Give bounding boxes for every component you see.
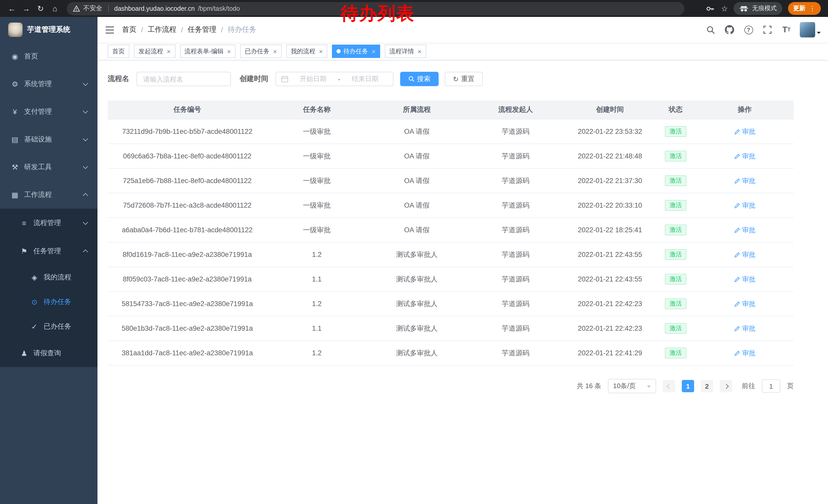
tab-done-tasks[interactable]: 已办任务× [240,45,281,58]
chevron-down-icon [83,81,88,86]
tab-close-icon[interactable]: × [418,48,421,55]
cell-task-id: 580e1b3d-7ac8-11ec-a9e2-a2380e71991a [108,316,267,341]
approve-label: 审批 [742,324,755,333]
sidebar-item-leave-query[interactable]: ♟请假查询 [0,339,97,367]
app-logo-row[interactable]: 芋道管理系统 [0,17,97,43]
home-icon[interactable]: ⌂ [48,2,61,15]
sidebar-item-system-management[interactable]: ⚙系统管理 [0,70,97,98]
tab-start-process[interactable]: 发起流程× [134,45,175,58]
sidebar-item-label: 我的流程 [44,273,71,282]
breadcrumb-item[interactable]: 任务管理 [188,25,216,34]
tab-home[interactable]: 首页 [108,45,129,58]
tab-process-detail[interactable]: 流程详情× [385,45,426,58]
goto-page-input[interactable] [762,379,780,393]
cell-status: 激活 [656,291,696,316]
caret-down-icon [817,32,821,36]
prev-page-button[interactable] [663,380,675,392]
approve-button[interactable]: 审批 [734,176,755,185]
approve-button[interactable]: 审批 [734,127,755,136]
table-row: a6aba0a4-7b6d-11ec-b781-acde48001122一级审批… [108,218,794,242]
back-icon[interactable]: ← [5,2,18,15]
browser-menu-icon[interactable]: ⋮ [809,5,816,12]
sidebar-item-workflow[interactable]: ▦工作流程 [0,181,97,209]
sidebar-item-task-management[interactable]: ⚑任务管理 [0,237,97,265]
approve-button[interactable]: 审批 [734,225,755,235]
user-menu[interactable] [800,22,821,37]
approve-button[interactable]: 审批 [734,299,755,308]
page-size-select[interactable]: 10条/页 [608,379,656,393]
person-icon: ♟ [19,349,29,357]
pagination: 共 16 条 10条/页 12 前往 页 [108,379,794,393]
cell-created-time: 2022-01-22 21:37:30 [564,169,656,193]
tabs-bar: 首页发起流程×流程表单-编辑×已办任务×我的流程×待办任务×流程详情× [97,43,828,60]
approve-button[interactable]: 审批 [734,250,755,259]
sidebar-item-infrastructure[interactable]: ▤基础设施 [0,126,97,153]
table-row: 8f059c03-7ac8-11ec-a9e2-a2380e71991a1.1测… [108,267,794,291]
cell-created-time: 2022-01-22 23:53:32 [564,119,656,144]
reset-button[interactable]: ↻ 重置 [445,72,483,86]
approve-button[interactable]: 审批 [734,349,755,358]
page-button-1[interactable]: 1 [682,380,694,392]
sidebar-item-todo-tasks[interactable]: ⊙待办任务 [0,290,97,314]
search-icon[interactable] [705,24,716,35]
tab-close-icon[interactable]: × [167,48,171,55]
chevron-down-icon [83,108,88,113]
chevron-down-icon [83,220,88,225]
cell-task-id: 58154733-7ac8-11ec-a9e2-a2380e71991a [108,291,267,316]
tab-my-process[interactable]: 我的流程× [286,45,328,58]
tab-close-icon[interactable]: × [319,48,323,55]
sidebar-item-my-process[interactable]: ◈我的流程 [0,265,97,290]
cell-initiator: 芋道源码 [467,169,564,193]
tab-label: 首页 [112,47,125,56]
total-count: 共 16 条 [577,381,601,391]
cell-action: 审批 [696,169,794,193]
tab-close-icon[interactable]: × [372,48,376,55]
search-button[interactable]: 搜索 [400,72,439,86]
breadcrumb-item[interactable]: 首页 [122,25,136,34]
page-button-2[interactable]: 2 [701,380,713,392]
page-buttons: 12 [682,380,713,392]
cell-initiator: 芋道源码 [467,218,564,242]
edit-icon [734,350,740,356]
cell-task-id: a6aba0a4-7b6d-11ec-b781-acde48001122 [108,218,267,242]
key-icon[interactable] [704,3,715,14]
fullscreen-icon[interactable] [762,24,773,35]
column-header: 状态 [656,100,696,119]
sidebar-item-label: 首页 [24,52,38,61]
bookmark-star-icon[interactable]: ☆ [721,4,728,13]
breadcrumb-item[interactable]: 工作流程 [148,25,176,34]
sidebar-item-label: 支付管理 [24,107,52,117]
payment-icon: ¥ [10,108,19,116]
tab-form-edit[interactable]: 流程表单-编辑× [180,45,236,58]
sidebar-item-process-management[interactable]: ≡流程管理 [0,209,97,237]
font-size-icon[interactable]: TT [781,24,792,35]
security-label: 不安全 [83,4,102,13]
approve-button[interactable]: 审批 [734,324,755,333]
github-icon[interactable] [724,24,735,35]
incognito-icon [739,5,748,11]
sidebar-item-done-tasks[interactable]: ✓已办任务 [0,314,97,339]
chevron-right-icon [723,383,729,388]
cell-action: 审批 [696,119,794,144]
approve-button[interactable]: 审批 [734,275,755,284]
tab-todo-tasks[interactable]: 待办任务× [332,45,380,58]
approve-button[interactable]: 审批 [734,151,755,161]
sidebar-item-dev-tools[interactable]: ⚒研发工具 [0,153,97,181]
approve-label: 审批 [742,176,755,185]
approve-button[interactable]: 审批 [734,201,755,210]
help-icon[interactable]: ? [743,24,754,35]
process-name-input[interactable] [136,72,231,86]
reload-icon[interactable]: ↻ [34,2,47,15]
sidebar-toggle-button[interactable] [97,17,122,43]
date-range-picker[interactable]: 开始日期 - 结束日期 [276,72,394,86]
sidebar-item-home[interactable]: ◉首页 [0,43,97,70]
next-page-button[interactable] [720,380,732,392]
cell-created-time: 2022-01-21 22:41:29 [564,341,656,365]
reset-button-label: 重置 [461,74,474,84]
update-button[interactable]: 更新 ⋮ [788,2,821,15]
cell-initiator: 芋道源码 [467,291,564,316]
forward-icon[interactable]: → [19,2,33,15]
sidebar-item-payment-management[interactable]: ¥支付管理 [0,98,97,126]
tab-close-icon[interactable]: × [273,48,277,55]
tab-close-icon[interactable]: × [227,48,231,55]
